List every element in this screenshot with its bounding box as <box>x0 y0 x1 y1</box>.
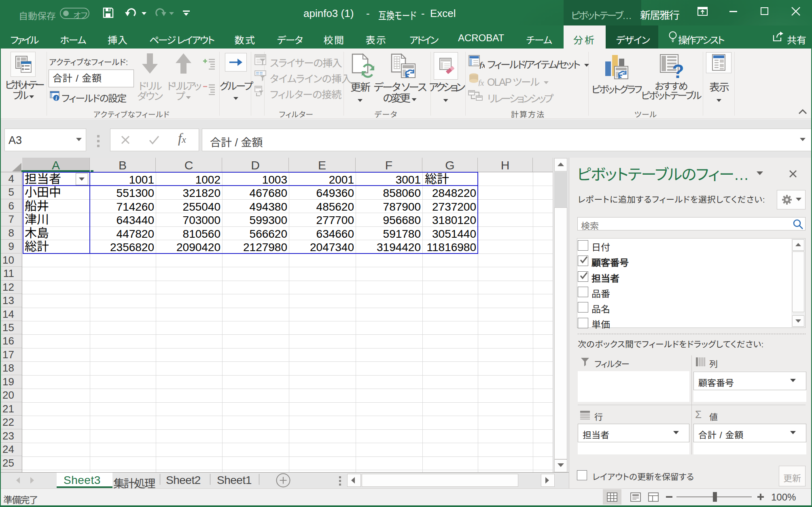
svg-text:?: ? <box>672 61 684 79</box>
svg-text:i: i <box>55 95 57 101</box>
svg-text:fx: fx <box>478 78 484 86</box>
svg-text:fx: fx <box>479 60 485 69</box>
